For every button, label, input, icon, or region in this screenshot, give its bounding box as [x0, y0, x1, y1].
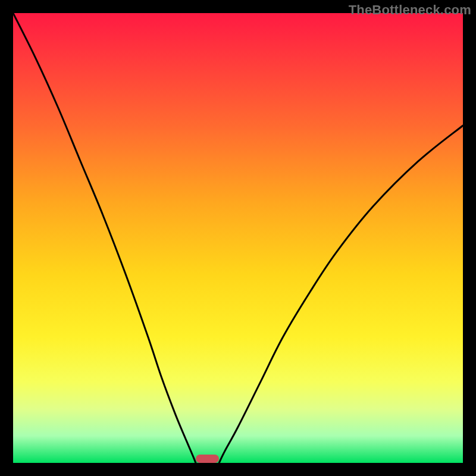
watermark-text: TheBottleneck.com	[349, 2, 471, 18]
plot-area	[13, 13, 463, 463]
chart-frame: TheBottleneck.com	[0, 0, 476, 476]
curve-left	[13, 13, 196, 463]
optimal-marker	[196, 455, 219, 463]
curve-layer	[13, 13, 463, 463]
curve-right	[219, 126, 463, 463]
